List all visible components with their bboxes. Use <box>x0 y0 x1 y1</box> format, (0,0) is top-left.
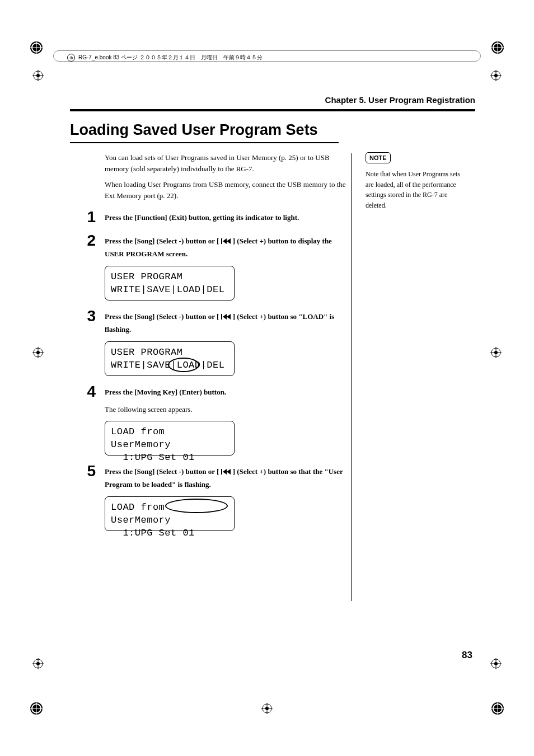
section-title: Loading Saved User Program Sets <box>70 121 475 139</box>
crop-mark-tl <box>28 39 45 56</box>
step-2: 2 Press the [Song] (Select -) button or … <box>70 233 350 260</box>
step-2-num: 2 <box>70 233 105 260</box>
svg-marker-55 <box>223 469 227 475</box>
lcd-screen-2: USER PROGRAM WRITE|SAVE|LOAD|DEL <box>105 341 235 376</box>
note-text: Note that when User Programs sets are lo… <box>366 169 469 210</box>
step-1: 1 Press the [Function] (Exit) button, ge… <box>70 209 350 225</box>
svg-rect-51 <box>221 314 222 320</box>
svg-marker-50 <box>227 238 231 244</box>
lcd4-highlight <box>165 499 228 513</box>
reg-mark-bot-r <box>490 658 502 669</box>
lcd-screen-1: USER PROGRAM WRITE|SAVE|LOAD|DEL <box>105 266 235 300</box>
step-2-text: Press the [Song] (Select -) button or [ … <box>105 233 350 260</box>
lcd1-line2: WRITE|SAVE|LOAD|DEL <box>111 284 228 297</box>
step-5: 5 Press the [Song] (Select -) button or … <box>70 463 350 491</box>
step-1-text: Press the [Function] (Exit) button, gett… <box>105 209 350 225</box>
svg-rect-48 <box>221 238 222 244</box>
lcd3-line2: 1:UPG Set 01 <box>111 452 228 464</box>
svg-marker-56 <box>227 469 231 475</box>
svg-marker-52 <box>223 314 227 320</box>
reg-mark-left <box>32 347 44 358</box>
reg-mark-bot-l <box>32 658 44 669</box>
crop-mark-bl <box>28 700 45 717</box>
step-1-num: 1 <box>70 209 105 225</box>
rewind-icon <box>221 466 231 478</box>
lcd3-line1: LOAD from UserMemory <box>111 426 228 452</box>
reg-mark-top-l <box>32 70 44 81</box>
svg-marker-49 <box>223 238 227 244</box>
svg-rect-54 <box>221 469 222 475</box>
reg-mark-top-r <box>490 70 502 81</box>
book-icon: ⊕ <box>67 54 75 62</box>
lcd1-line1: USER PROGRAM <box>111 271 228 284</box>
chapter-rule <box>70 109 475 111</box>
rewind-icon <box>221 311 231 323</box>
step-3-num: 3 <box>70 308 105 336</box>
intro-para-2: When loading User Programs from USB memo… <box>105 179 350 201</box>
step-4: 4 Press the [Moving Key] (Enter) button. <box>70 384 350 400</box>
title-rule <box>70 142 339 143</box>
chapter-header: Chapter 5. User Program Registration <box>70 95 475 105</box>
crop-mark-tr <box>489 39 506 56</box>
lcd-screen-4: LOAD from UserMemory 1:UPG Set 01 <box>105 496 235 531</box>
reg-mark-bottom <box>261 703 273 714</box>
intro-para-1: You can load sets of User Programs saved… <box>105 152 350 175</box>
step-3-text: Press the [Song] (Select -) button or [ … <box>105 308 350 336</box>
step-4-num: 4 <box>70 384 105 400</box>
lcd4-line2: 1:UPG Set 01 <box>111 527 228 540</box>
column-divider <box>351 153 352 601</box>
lcd-screen-3: LOAD from UserMemory 1:UPG Set 01 <box>105 421 235 456</box>
page-number: 83 <box>462 650 472 661</box>
book-info-text: RG-7_e.book 83 ページ ２００５年２月１４日 月曜日 午前９時４５… <box>78 54 263 62</box>
crop-mark-br <box>489 700 506 717</box>
step-5-text: Press the [Song] (Select -) button or [ … <box>105 463 350 491</box>
rewind-icon <box>221 236 231 248</box>
svg-marker-53 <box>227 314 231 320</box>
step-3: 3 Press the [Song] (Select -) button or … <box>70 308 350 336</box>
step-5-num: 5 <box>70 463 105 491</box>
note-label: NOTE <box>366 152 391 164</box>
reg-mark-right <box>490 347 502 358</box>
step-4-text: Press the [Moving Key] (Enter) button. <box>105 384 350 400</box>
step-4-sub: The following screen appears. <box>105 404 350 415</box>
lcd2-line1: USER PROGRAM <box>111 346 228 359</box>
book-header: ⊕ RG-7_e.book 83 ページ ２００５年２月１４日 月曜日 午前９時… <box>67 54 263 62</box>
